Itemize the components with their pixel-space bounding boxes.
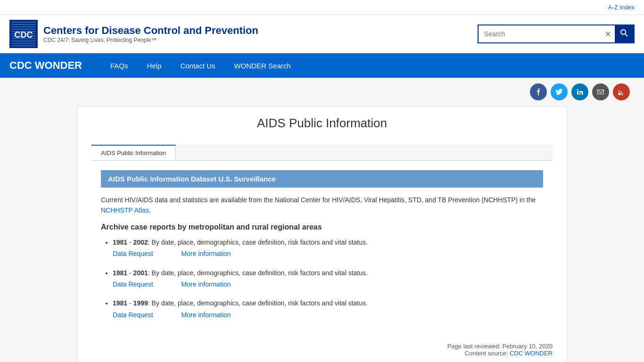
tab-aids-public-info[interactable]: AIDS Public Information [91, 145, 176, 160]
syndication-icon[interactable] [613, 83, 630, 100]
nav-link-wonder-search[interactable]: WONDER Search [225, 54, 300, 77]
nav-link-contact[interactable]: Contact Us [171, 54, 224, 77]
year-1981-2001-end: 2001 [133, 269, 148, 277]
archive-list: 1981 - 2002: By date, place, demographic… [101, 237, 543, 320]
site-header: CDC Centers for Disease Control and Prev… [0, 15, 644, 53]
top-bar: A-Z Index [0, 0, 644, 15]
content-source-link[interactable]: CDC WONDER [510, 350, 553, 357]
year-1981-2001-start: 1981 [113, 269, 127, 277]
search-area: ✕ [478, 25, 635, 43]
cdc-main-title: Centers for Disease Control and Preventi… [43, 25, 258, 37]
svg-line-15 [625, 34, 627, 36]
cdc-title-block: Centers for Disease Control and Preventi… [43, 25, 258, 43]
search-icon [620, 29, 628, 37]
linkedin-icon[interactable] [571, 83, 588, 100]
nav-item-wonder-search: WONDER Search [225, 54, 300, 77]
nchhstp-link[interactable]: NCHHSTP Atlas [101, 206, 149, 214]
twitter-icon[interactable] [551, 83, 568, 100]
facebook-icon[interactable] [530, 83, 547, 100]
data-request-link-1[interactable]: Data Request [113, 248, 153, 259]
more-info-link-2[interactable]: More information [182, 279, 231, 289]
item-description-1: : By date, place, demographics, case def… [148, 239, 368, 246]
more-info-link-1[interactable]: More information [182, 248, 231, 259]
logo-area: CDC Centers for Disease Control and Prev… [9, 20, 258, 48]
svg-text:CDC: CDC [15, 30, 33, 40]
page-info: Page last reviewed: February 10, 2020 Co… [91, 338, 553, 362]
description-period: . [149, 206, 151, 214]
nav-item-contact: Contact Us [171, 54, 224, 77]
data-request-link-3[interactable]: Data Request [113, 310, 153, 320]
content-source: Content source: CDC WONDER [91, 350, 553, 357]
search-input[interactable] [479, 26, 601, 41]
year-1981-1999-end: 1999 [133, 299, 148, 307]
list-item: 1981 - 2001: By date, place, demographic… [113, 268, 543, 290]
cdc-sub-title: CDC 24/7: Saving Lives, Protecting Peopl… [43, 37, 258, 43]
az-index-link[interactable]: A-Z Index [608, 4, 635, 11]
nav-item-help: Help [138, 54, 171, 77]
more-info-link-3[interactable]: More information [182, 310, 231, 320]
description-text: Current HIV/AIDS data and statistics are… [101, 196, 536, 204]
item-description-3: : By date, place, demographics, case def… [148, 299, 368, 307]
list-item: 1981 - 2002: By date, place, demographic… [113, 237, 543, 259]
nav-item-faqs: FAQs [101, 54, 138, 77]
nav-links: FAQs Help Contact Us WONDER Search [101, 54, 300, 77]
year-1981-1999-start: 1981 [113, 299, 127, 307]
item-links-1: Data Request More information [113, 248, 543, 259]
tab-content: AIDS Public Information Dataset U.S. Sur… [91, 161, 553, 338]
search-box: ✕ [478, 25, 635, 43]
search-clear-button[interactable]: ✕ [601, 26, 615, 42]
nav-link-faqs[interactable]: FAQs [101, 54, 138, 77]
item-links-2: Data Request More information [113, 279, 543, 289]
description-paragraph: Current HIV/AIDS data and statistics are… [101, 195, 543, 216]
item-links-3: Data Request More information [113, 310, 543, 320]
page-reviewed: Page last reviewed: February 10, 2020 [91, 343, 553, 350]
search-submit-button[interactable] [615, 25, 634, 42]
nav-link-help[interactable]: Help [138, 54, 171, 77]
year-1981-2002-end: 2002 [133, 239, 148, 246]
archive-title: Archive case reports by metropolitan and… [101, 223, 543, 231]
year-1981-2002-start: 1981 [113, 239, 127, 246]
data-request-link-2[interactable]: Data Request [113, 279, 153, 289]
social-bar [0, 78, 644, 106]
main-content: AIDS Public Information AIDS Public Info… [77, 106, 567, 362]
nav-bar: CDC WONDER FAQs Help Contact Us WONDER S… [0, 53, 644, 78]
page-title: AIDS Public Information [91, 116, 553, 135]
list-item: 1981 - 1999: By date, place, demographic… [113, 298, 543, 320]
dataset-header: AIDS Public Information Dataset U.S. Sur… [101, 170, 543, 188]
tab-header: AIDS Public Information [91, 145, 553, 161]
item-description-2: : By date, place, demographics, case def… [148, 269, 368, 277]
content-source-label: Content source: [465, 350, 510, 357]
nav-brand[interactable]: CDC WONDER [9, 59, 82, 72]
email-icon[interactable] [592, 83, 609, 100]
cdc-logo: CDC [9, 20, 38, 48]
svg-point-14 [621, 30, 626, 34]
